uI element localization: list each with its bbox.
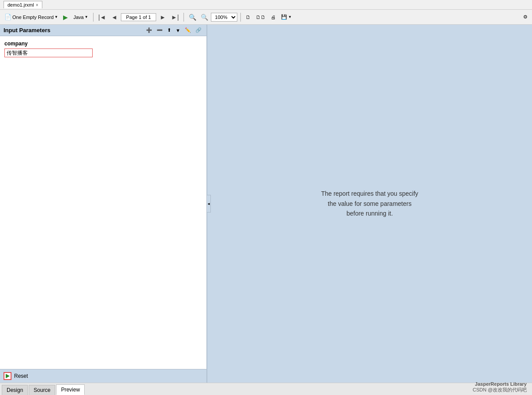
report-message-line3: before running it. (321, 209, 418, 218)
move-up-icon: ⬆ (167, 27, 171, 33)
link-icon: 🔗 (195, 27, 202, 33)
nav-last-button[interactable]: ►| (169, 13, 181, 22)
separator-1 (93, 13, 94, 22)
zoom-in-button[interactable]: 🔍 (187, 13, 198, 22)
reset-label: Reset (14, 373, 28, 379)
edit-icon: ✏️ (185, 27, 191, 33)
nav-prev-icon: ◄ (111, 14, 117, 21)
tab-design[interactable]: Design (2, 385, 28, 395)
language-dropdown[interactable]: Java ▼ (71, 14, 90, 21)
report-message-line2: the value for some parameters (321, 199, 418, 209)
print-button[interactable]: 🖨 (269, 14, 277, 21)
report-name-label: One Empty Record (12, 15, 54, 20)
dropdown-icon: ▼ (176, 28, 180, 33)
tab-preview[interactable]: Preview (56, 384, 85, 395)
zoom-out-button[interactable]: 🔍 (199, 13, 210, 22)
language-arrow: ▼ (85, 15, 88, 19)
tab-group: Design Source Preview (2, 384, 85, 395)
nav-last-icon: ►| (171, 14, 179, 21)
nav-first-icon: |◄ (98, 14, 106, 21)
branding: JasperReports Library CSDN @改改我的代码吧 (473, 381, 530, 395)
bottom-tabs: Design Source Preview JasperReports Libr… (0, 383, 532, 395)
print-icon: 🖨 (271, 15, 276, 20)
zoom-out-icon: 🔍 (201, 14, 208, 21)
panel-title: Input Parameters (4, 27, 50, 34)
nav-first-button[interactable]: |◄ (97, 13, 108, 22)
left-panel: Input Parameters ➕ ➖ ⬆ ▼ ✏️ 🔗 (0, 25, 207, 383)
zoom-group: 🔍 🔍 100% 75% 50% 150% 200% (187, 13, 237, 22)
branding-line2: CSDN @改改我的代码吧 (473, 387, 527, 393)
main-content: Input Parameters ➕ ➖ ⬆ ▼ ✏️ 🔗 (0, 25, 532, 383)
run-button[interactable]: ▶ (61, 13, 70, 22)
panel-footer: Reset (0, 369, 206, 383)
properties-button[interactable]: ⚙ (521, 13, 529, 21)
single-page-button[interactable]: 🗋 (244, 14, 252, 21)
zoom-select[interactable]: 100% 75% 50% 150% 200% (211, 13, 237, 22)
report-name-arrow: ▼ (55, 15, 58, 19)
right-panel: The report requires that you specify the… (207, 25, 532, 383)
page-info: Page 1 of 1 (121, 13, 156, 21)
run-report-icon (6, 374, 10, 378)
report-icon: 📄 (4, 14, 11, 20)
add-param-button[interactable]: ➕ (145, 27, 154, 34)
param-company-input[interactable] (4, 48, 93, 57)
zoom-in-icon: 🔍 (189, 14, 196, 21)
report-name-dropdown[interactable]: 📄 One Empty Record ▼ (3, 13, 60, 21)
close-tab-button[interactable]: × (36, 3, 38, 7)
branding-line1: JasperReports Library (473, 381, 527, 387)
save-arrow: ▼ (288, 15, 292, 19)
toolbar: 📄 One Empty Record ▼ ▶ Java ▼ |◄ ◄ Page … (0, 10, 532, 25)
play-icon: ▶ (63, 14, 68, 21)
link-button[interactable]: 🔗 (194, 27, 203, 34)
remove-icon: ➖ (157, 27, 163, 33)
nav-next-icon: ► (160, 14, 166, 21)
title-bar: demo1.jrxml × (0, 0, 532, 10)
separator-3 (240, 13, 241, 22)
report-message-line1: The report requires that you specify (321, 189, 418, 198)
nav-next-button[interactable]: ► (158, 13, 168, 22)
panel-header-tools: ➕ ➖ ⬆ ▼ ✏️ 🔗 (145, 27, 203, 34)
collapse-handle[interactable]: ◄ (206, 195, 211, 212)
run-report-button[interactable] (4, 372, 11, 380)
remove-param-button[interactable]: ➖ (155, 27, 164, 34)
panel-header: Input Parameters ➕ ➖ ⬆ ▼ ✏️ 🔗 (0, 25, 206, 36)
facing-pages-icon: 🗋🗋 (256, 15, 266, 20)
facing-pages-button[interactable]: 🗋🗋 (254, 14, 267, 21)
single-page-icon: 🗋 (246, 15, 251, 20)
add-icon: ➕ (146, 27, 152, 33)
nav-prev-button[interactable]: ◄ (109, 13, 119, 22)
param-company-label: company (4, 41, 202, 47)
collapse-icon: ◄ (207, 202, 210, 206)
language-label: Java (73, 15, 83, 20)
edit-button[interactable]: ✏️ (184, 27, 192, 34)
dropdown-arrow-button[interactable]: ▼ (174, 27, 182, 34)
properties-icon: ⚙ (523, 14, 528, 20)
panel-body: company (0, 36, 206, 369)
move-up-button[interactable]: ⬆ (166, 27, 172, 34)
file-tab[interactable]: demo1.jrxml × (4, 1, 42, 8)
save-button[interactable]: 💾 ▼ (279, 13, 293, 21)
tab-source[interactable]: Source (29, 385, 55, 395)
report-message: The report requires that you specify the… (321, 189, 418, 218)
save-icon: 💾 (281, 14, 287, 20)
file-tab-label: demo1.jrxml (7, 2, 34, 7)
separator-2 (184, 13, 184, 22)
